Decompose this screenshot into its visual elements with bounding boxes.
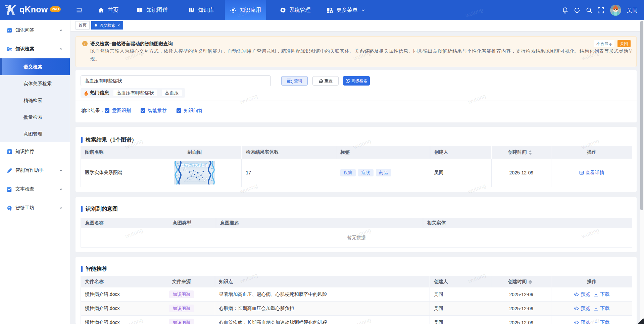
svg-text:医学实体关系图谱: 医学实体关系图谱 — [181, 163, 208, 167]
